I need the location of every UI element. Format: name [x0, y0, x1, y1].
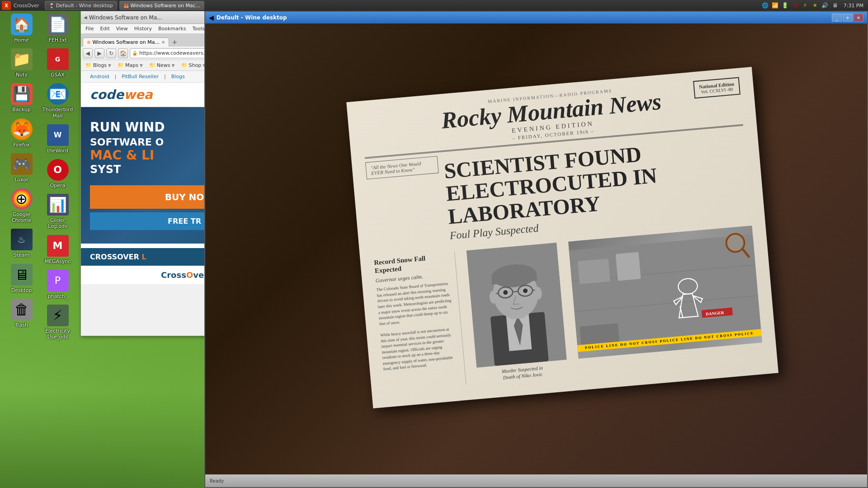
icon-trash[interactable]: 🗑 Trash [5, 299, 38, 328]
menu-file[interactable]: File [83, 25, 96, 33]
glider-log-icon: 📊 [47, 194, 69, 216]
home-icon: 🏠 [11, 14, 33, 35]
chrome-tray-icon[interactable]: 🌐 [761, 1, 769, 9]
main-headline: SCIENTIST FOUND ELECTROCUTED IN LABORATO… [443, 134, 750, 228]
icon-thunderbird[interactable]: 📧 ThunderbirdMail [41, 83, 75, 118]
blogs-dropdown-icon: ▼ [108, 63, 111, 68]
home-button[interactable]: 🏠 [118, 48, 128, 58]
icon-electricity[interactable]: ⚡ Electricity Use_ods [41, 305, 75, 340]
luxor-icon: 🎮 [11, 153, 33, 175]
icon-glider[interactable]: 📊 Glider Log.ods [41, 194, 75, 229]
icon-opera[interactable]: O Opera [41, 159, 75, 188]
snow-story-text: The Colorado State Board of Transportati… [376, 281, 459, 372]
forward-button[interactable]: ▶ [94, 48, 104, 58]
wine-controls: _ + ✕ [832, 14, 863, 22]
reload-button[interactable]: ↻ [106, 48, 116, 58]
desktop-icons-col1: 🏠 Home 📁 Nuts 💾 Backup 🦊 Firefox 🎮 Luxor… [5, 14, 38, 328]
thunderbird-icon: 📧 [47, 83, 69, 105]
bookmark-maps[interactable]: 📁 Maps ▼ [115, 61, 146, 69]
svg-line-14 [513, 291, 518, 292]
hero-line1: RUN WIND [90, 120, 165, 135]
wine-close-button[interactable]: ✕ [854, 14, 863, 22]
col1-snow-story: Record Snow Fall Expected Governor urges… [374, 252, 467, 391]
blogs-link[interactable]: Blogs [171, 74, 185, 80]
crossover-app-icon[interactable]: X [2, 1, 11, 10]
news-bm-icon: 📁 [149, 62, 156, 68]
hero-line2: SOFTWARE O [90, 136, 164, 148]
desktop-icons-col2: 📄 FEH.txt G GSAX 📧 ThunderbirdMail W the… [41, 14, 75, 340]
tab-close-button[interactable]: ✕ [161, 40, 165, 45]
pitbull-link[interactable]: PitBull Reseller [122, 74, 159, 80]
sun-icon[interactable]: ☀ [811, 1, 819, 9]
ssl-lock-icon: 🔒 [132, 51, 137, 56]
icon-megasync[interactable]: M MEGAsync [41, 235, 75, 264]
icon-backup[interactable]: 💾 Backup [5, 83, 38, 113]
menu-bookmarks[interactable]: Bookmarks [156, 25, 189, 33]
back-button[interactable]: ◀ [83, 48, 93, 58]
wine-window: ◀ Default - Wine desktop _ + ✕ National … [204, 11, 868, 488]
icon-desktop[interactable]: 🖥 Desktop [5, 264, 38, 293]
wine-titlebar: ◀ Default - Wine desktop _ + ✕ [205, 12, 867, 23]
menu-edit[interactable]: Edit [97, 25, 112, 33]
icon-luxor[interactable]: 🎮 Luxor [5, 153, 38, 183]
ff-window-icon: ◀ [84, 15, 87, 20]
browser-tab-cw[interactable]: ⊕ Windows Software on Ma... ✕ [83, 38, 169, 47]
col3-crime: DANGER POLICE LINE DO NOT CROSS POLICE L… [568, 225, 764, 374]
icon-steam[interactable]: ♨ Steam [5, 229, 38, 258]
desktop: X CrossOver 🍷 Default - Wine desktop 🦊 W… [0, 0, 868, 488]
suspect-photo [467, 243, 567, 367]
wine-content: National Edition Vol. CCXLVI -80 MARINE … [205, 23, 867, 474]
taskbar-left: X CrossOver 🍷 Default - Wine desktop 🦊 W… [2, 1, 761, 10]
gsax-icon: G [47, 48, 69, 70]
firefox-icon: 🦊 [11, 118, 33, 140]
icon-gsax[interactable]: G GSAX [41, 48, 75, 78]
monitor-icon[interactable]: 🖥 [831, 1, 839, 9]
col2-photo: Murder Suspected in Death of Niko Jovic [462, 242, 573, 384]
network-icon[interactable]: 📶 [771, 1, 779, 9]
speaker-icon[interactable]: 🔊 [821, 1, 829, 9]
icon-theword[interactable]: W theWord [41, 124, 75, 154]
magnifying-glass [723, 230, 750, 264]
trash-icon: 🗑 [11, 299, 33, 320]
bookmark-blogs[interactable]: 📁 Blogs ▼ [83, 61, 114, 69]
wine-maximize-button[interactable]: + [843, 14, 853, 22]
battery-icon[interactable]: 🔋 [781, 1, 789, 9]
system-clock: 7:31 PM [841, 3, 866, 9]
desktop-folder-icon: 🖥 [11, 264, 33, 286]
shop-bm-icon: 📁 [181, 62, 188, 68]
taskbar-tab-wine[interactable]: 🍷 Default - Wine desktop [45, 1, 117, 10]
shop-bm-label: Shop [189, 62, 202, 68]
svg-line-29 [743, 249, 749, 257]
menu-history[interactable]: History [132, 25, 155, 33]
wine-title-left: ◀ Default - Wine desktop [209, 14, 287, 21]
newspaper-date: – FRIDAY, OCTOBER 19th – [364, 115, 743, 154]
ff-tab-icon: 🦊 [123, 3, 129, 8]
mail-icon[interactable]: M [791, 1, 799, 9]
icon-nuts[interactable]: 📁 Nuts [5, 48, 38, 78]
hero-line4: SYST [90, 163, 121, 176]
icon-home[interactable]: 🏠 Home [5, 14, 38, 43]
news-bm-label: News [157, 62, 170, 68]
menu-view[interactable]: View [113, 25, 131, 33]
wine-minimize-button[interactable]: _ [832, 14, 842, 22]
lightning-icon[interactable]: ⚡ [801, 1, 809, 9]
bookmark-news[interactable]: 📁 News ▼ [146, 61, 178, 69]
magnify-svg [723, 230, 750, 262]
backup-icon: 💾 [11, 83, 33, 105]
taskbar-tab-browser[interactable]: 🦊 Windows Software on Mac... [119, 1, 205, 10]
blogs-bm-label: Blogs [93, 62, 107, 68]
wine-window-icon: ◀ [209, 14, 214, 21]
icon-phatch[interactable]: P phatch_ [41, 270, 75, 299]
android-link[interactable]: Android [90, 74, 109, 80]
new-tab-button[interactable]: + [170, 38, 179, 47]
browser-title-text: Windows Software on Ma... [89, 14, 162, 21]
google-chrome-icon: ⊕ [11, 188, 33, 210]
icon-feh[interactable]: 📄 FEH.txt [41, 14, 75, 43]
person-svg [467, 243, 567, 367]
tagline-box: "All the News One Would EVER Need to Kno… [365, 156, 439, 179]
icon-google-chrome[interactable]: ⊕ GoogleChrome [5, 188, 38, 223]
icon-firefox[interactable]: 🦊 Firefox [5, 118, 38, 148]
electricity-icon: ⚡ [47, 305, 69, 326]
tab-favicon: ⊕ [87, 40, 90, 45]
feh-txt-icon: 📄 [47, 14, 69, 35]
